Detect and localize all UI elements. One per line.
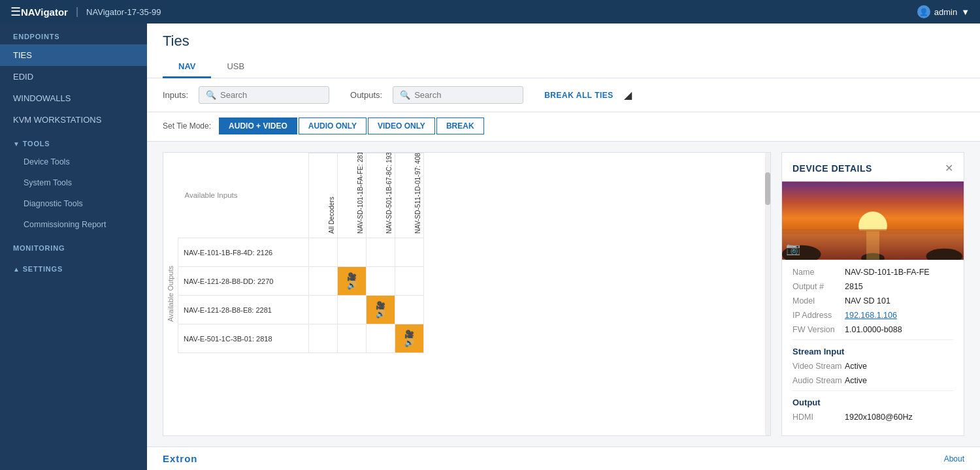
- matrix-cell-1-0[interactable]: 🎥 🔊: [338, 267, 367, 296]
- outputs-search-icon: 🔍: [400, 90, 410, 100]
- close-device-details-button[interactable]: ✕: [945, 162, 953, 174]
- page-header: Ties NAV USB: [147, 24, 980, 78]
- inputs-search-input[interactable]: [220, 90, 322, 100]
- stream-input-title: Stream Input: [792, 347, 953, 356]
- sidebar-section-monitoring: MONITORING: [0, 235, 147, 256]
- user-avatar: 👤: [917, 5, 930, 18]
- audio-stream-label: Audio Stream: [792, 376, 845, 385]
- sidebar-kvm-label: KVM WORKSTATIONS: [13, 115, 101, 125]
- matrix-cell-1-2[interactable]: [395, 267, 424, 296]
- row-header-2: NAV-E-121-28-B8-E8: 2281: [178, 296, 309, 324]
- user-chevron-icon: ▼: [961, 7, 970, 17]
- matrix-grid-wrap: Available Inputs All Decoders NAV-SD-101…: [178, 153, 770, 435]
- svg-rect-7: [866, 231, 879, 260]
- col-header-2: NAV-SD-511-1D-01-97: 408: [395, 153, 424, 238]
- device-info-section: Name NAV-SD-101-1B-FA-FE Output # 2815 M…: [782, 260, 964, 435]
- footer: Extron About: [147, 446, 980, 470]
- ties-toolbar: Inputs: 🔍 Outputs: 🔍 BREAK ALL TIES ◢: [147, 78, 980, 112]
- matrix-container: Available Outputs Available Inputs: [163, 152, 771, 436]
- sidebar-settings-label: SETTINGS: [23, 265, 63, 273]
- sidebar-item-system-tools[interactable]: System Tools: [0, 172, 147, 193]
- matrix-cell-0-0[interactable]: [338, 238, 367, 267]
- matrix-cell-3-2[interactable]: 🎥 🔊: [395, 324, 424, 353]
- sidebar-edid-label: EDID: [13, 72, 33, 82]
- content-area: Ties NAV USB Inputs: 🔍 Outputs: 🔍 BREAK …: [147, 24, 980, 470]
- break-all-ties-button[interactable]: BREAK ALL TIES: [544, 91, 613, 100]
- tie-mode-audio-only[interactable]: AUDIO ONLY: [299, 118, 367, 134]
- menu-icon[interactable]: ☰: [10, 6, 21, 18]
- sunset-preview-svg: [782, 181, 964, 260]
- user-menu[interactable]: 👤 admin ▼: [917, 5, 970, 18]
- model-value: NAV SD 101: [845, 296, 890, 306]
- sidebar-item-commissioning-report[interactable]: Commissioning Report: [0, 214, 147, 235]
- sidebar-item-ties[interactable]: TIES: [0, 44, 147, 66]
- ip-value[interactable]: 192.168.1.106: [845, 311, 897, 320]
- audio-tie-icon: 🔊: [347, 281, 357, 289]
- tie-mode-audio-video[interactable]: AUDIO + VIDEO: [219, 118, 297, 134]
- matrix-cell-2-2[interactable]: [395, 296, 424, 324]
- matrix-scrollbar[interactable]: [765, 153, 770, 435]
- tie-mode-video-only[interactable]: VIDEO ONLY: [368, 118, 435, 134]
- sidebar-item-diagnostic-tools[interactable]: Diagnostic Tools: [0, 193, 147, 214]
- sidebar-windowalls-label: WINDOWALLS: [13, 93, 71, 103]
- filter-icon[interactable]: ◢: [624, 89, 632, 101]
- corner-cell: Available Inputs: [178, 153, 309, 238]
- sidebar: ENDPOINTS TIES EDID WINDOWALLS KVM WORKS…: [0, 24, 147, 470]
- device-preview-image: 📷: [782, 181, 964, 260]
- matrix-cell-1-1[interactable]: [367, 267, 395, 296]
- outputs-search-input[interactable]: [414, 90, 516, 100]
- inputs-search-wrap: 🔍: [199, 86, 329, 104]
- matrix-table: Available Inputs All Decoders NAV-SD-101…: [178, 153, 424, 353]
- matrix-cell-2-all[interactable]: [309, 296, 338, 324]
- matrix-scrollbar-thumb[interactable]: [765, 172, 770, 205]
- row-header-3: NAV-E-501-1C-3B-01: 2818: [178, 324, 309, 353]
- footer-about-link[interactable]: About: [944, 454, 964, 463]
- row-header-1: NAV-E-121-28-B8-DD: 2270: [178, 267, 309, 296]
- sidebar-item-kvm[interactable]: KVM WORKSTATIONS: [0, 109, 147, 131]
- model-row: Model NAV SD 101: [792, 296, 953, 306]
- table-row: NAV-E-101-1B-F8-4D: 2126: [178, 238, 424, 267]
- outputs-label: Outputs:: [350, 90, 382, 100]
- all-decoders-header: All Decoders: [309, 153, 338, 238]
- device-info-divider-2: [792, 390, 953, 391]
- tie-mode-bar: Set Tie Mode: AUDIO + VIDEO AUDIO ONLY V…: [147, 112, 980, 142]
- topbar-divider: |: [76, 6, 78, 18]
- ip-row: IP Address 192.168.1.106: [792, 311, 953, 320]
- matrix-cell-0-1[interactable]: [367, 238, 395, 267]
- name-value: NAV-SD-101-1B-FA-FE: [845, 268, 930, 277]
- output-section-title: Output: [792, 398, 953, 407]
- video-stream-value: Active: [845, 362, 867, 371]
- audio-stream-row: Audio Stream Active: [792, 376, 953, 385]
- video-tie-icon-2: 🎥: [376, 302, 385, 309]
- hdmi-value: 1920x1080@60Hz: [845, 413, 913, 422]
- tie-mode-break[interactable]: BREAK: [436, 118, 484, 134]
- tabs: NAV USB: [163, 56, 964, 78]
- device-name-row: Name NAV-SD-101-1B-FA-FE: [792, 268, 953, 277]
- matrix-cell-2-0[interactable]: [338, 296, 367, 324]
- matrix-cell-3-0[interactable]: [338, 324, 367, 353]
- tab-nav[interactable]: NAV: [163, 56, 211, 78]
- available-outputs-label-wrap: Available Outputs: [163, 153, 178, 435]
- sidebar-tools-label: TOOLS: [23, 140, 50, 148]
- tab-usb[interactable]: USB: [211, 56, 260, 78]
- matrix-cell-2-1[interactable]: 🎥 🔊: [367, 296, 395, 324]
- matrix-cell-0-2[interactable]: [395, 238, 424, 267]
- video-tie-icon-3: 🎥: [404, 330, 414, 338]
- set-tie-mode-label: Set Tie Mode:: [163, 121, 211, 131]
- matrix-cell-0-all[interactable]: [309, 238, 338, 267]
- available-inputs-label: Available Inputs: [185, 191, 238, 199]
- device-details-header: DEVICE DETAILS ✕: [782, 153, 964, 181]
- hdmi-label: HDMI: [792, 413, 845, 422]
- sidebar-item-windowalls[interactable]: WINDOWALLS: [0, 87, 147, 109]
- sidebar-item-edid[interactable]: EDID: [0, 66, 147, 87]
- hdmi-row: HDMI 1920x1080@60Hz: [792, 413, 953, 422]
- sidebar-item-device-tools[interactable]: Device Tools: [0, 151, 147, 172]
- matrix-cell-1-all[interactable]: [309, 267, 338, 296]
- matrix-cell-3-all[interactable]: [309, 324, 338, 353]
- inputs-label: Inputs:: [163, 90, 188, 100]
- fw-row: FW Version 1.01.0000-b088: [792, 325, 953, 334]
- inputs-search-icon: 🔍: [206, 90, 216, 100]
- preview-overlay-icon: 📷: [786, 242, 800, 256]
- name-label: Name: [792, 268, 845, 277]
- matrix-cell-3-1[interactable]: [367, 324, 395, 353]
